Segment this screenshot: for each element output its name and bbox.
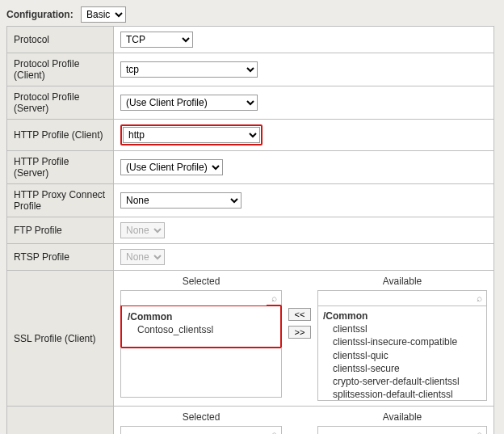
ssl-client-selected-list[interactable]: /Common Contoso_clientssl	[122, 306, 280, 347]
ssl-server-available-search[interactable]	[318, 427, 472, 434]
list-item[interactable]: clientssl	[323, 322, 481, 335]
label-http-profile-server: HTTP Profile (Server)	[7, 151, 114, 184]
label-protocol: Protocol	[7, 27, 114, 53]
ssl-client-selected-search[interactable]	[121, 291, 267, 305]
config-table: Protocol TCP Protocol Profile (Client) t…	[6, 26, 494, 434]
list-item[interactable]: clientssl-insecure-compatible	[323, 335, 481, 348]
list-item[interactable]: clientssl-secure	[323, 362, 481, 375]
ssl-client-available-search[interactable]	[318, 291, 472, 305]
label-http-proxy-connect: HTTP Proxy Connect Profile	[7, 184, 114, 217]
select-rtsp-profile: None	[120, 249, 165, 265]
config-label: Configuration:	[6, 9, 74, 20]
select-http-profile-server[interactable]: (Use Client Profile)	[120, 159, 223, 175]
list-item[interactable]: crypto-server-default-clientssl	[323, 375, 481, 388]
ssl-client-available-list[interactable]: /Common clientssl clientssl-insecure-com…	[317, 305, 487, 401]
ssl-client-available-group: /Common	[323, 310, 481, 322]
ssl-client-selected-header: Selected	[120, 276, 282, 290]
ssl-server-selected-search[interactable]	[121, 427, 267, 434]
list-item[interactable]: Contoso_clientssl	[128, 323, 275, 336]
select-ftp-profile: None	[120, 222, 165, 238]
select-protocol[interactable]: TCP	[120, 32, 193, 48]
label-ftp-profile: FTP Profile	[7, 217, 114, 244]
ssl-client-selected-group: /Common	[128, 310, 275, 323]
search-icon[interactable]: ⌕	[472, 427, 486, 434]
select-http-profile-client[interactable]: http	[123, 127, 260, 143]
label-rtsp-profile: RTSP Profile	[7, 244, 114, 271]
label-ssl-server: SSL Profile (Server)	[7, 407, 114, 435]
label-proto-profile-server: Protocol Profile (Server)	[7, 86, 114, 120]
label-proto-profile-client: Protocol Profile (Client)	[7, 53, 114, 86]
search-icon[interactable]: ⌕	[472, 291, 486, 305]
search-icon[interactable]: ⌕	[267, 291, 281, 305]
ssl-server-available-header: Available	[317, 411, 487, 426]
ssl-client-selected-list-rest[interactable]	[120, 348, 282, 398]
config-select[interactable]: Basic	[81, 6, 126, 23]
select-proto-profile-server[interactable]: (Use Client Profile)	[120, 95, 258, 111]
label-ssl-client: SSL Profile (Client)	[7, 271, 114, 407]
move-left-button[interactable]: <<	[288, 308, 311, 321]
list-item[interactable]: splitsession-default-clientssl	[323, 388, 481, 401]
select-proto-profile-client[interactable]: tcp	[120, 61, 258, 78]
ssl-server-selected-header: Selected	[120, 411, 282, 426]
select-http-proxy-connect[interactable]: None	[120, 192, 242, 209]
ssl-client-available-header: Available	[317, 276, 487, 290]
label-http-profile-client: HTTP Profile (Client)	[7, 120, 114, 151]
move-right-button[interactable]: >>	[288, 326, 311, 339]
list-item[interactable]: clientssl-quic	[323, 349, 481, 362]
search-icon[interactable]: ⌕	[267, 427, 281, 434]
